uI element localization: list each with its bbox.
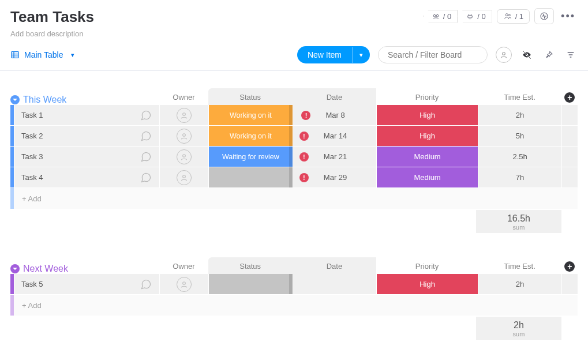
owner-cell[interactable] xyxy=(159,274,208,294)
activity-button[interactable] xyxy=(534,8,554,24)
time-cell[interactable]: 2.5h xyxy=(478,147,562,167)
members-button[interactable]: / 1 xyxy=(497,9,530,24)
chat-icon[interactable] xyxy=(140,279,152,290)
column-summary: 2hsum xyxy=(476,317,561,340)
owner-cell[interactable] xyxy=(159,105,208,125)
priority-cell[interactable]: High xyxy=(376,274,477,294)
date-cell[interactable]: !Mar 21 xyxy=(293,147,377,167)
time-cell[interactable]: 5h xyxy=(478,126,562,146)
view-tab-label: Main Table xyxy=(24,50,63,59)
svg-point-4 xyxy=(508,14,510,16)
time-cell[interactable]: 2h xyxy=(478,274,562,294)
table-row: Task 2Working on it!Mar 14High5h xyxy=(10,126,578,147)
column-header-time[interactable]: Time Est. xyxy=(478,257,562,274)
time-value: 2.5h xyxy=(512,152,527,161)
owner-cell[interactable] xyxy=(159,167,208,187)
eye-off-icon xyxy=(521,50,533,60)
svg-point-8 xyxy=(183,112,186,115)
priority-cell[interactable]: High xyxy=(376,105,477,125)
pulse-icon xyxy=(540,12,549,21)
status-cell[interactable] xyxy=(208,167,293,187)
view-tab-main-table[interactable]: Main Table ▾ xyxy=(10,50,74,59)
column-header-owner[interactable]: Owner xyxy=(159,262,208,274)
status-cell[interactable] xyxy=(208,274,293,294)
priority-cell[interactable]: Medium xyxy=(376,167,477,187)
add-item-button[interactable]: + Add xyxy=(14,295,162,316)
filter-button[interactable] xyxy=(564,48,578,62)
search-input[interactable] xyxy=(378,46,488,63)
column-header-priority[interactable]: Priority xyxy=(376,88,477,105)
more-menu-button[interactable]: ••• xyxy=(559,10,578,22)
integrations-pill[interactable]: / 0 xyxy=(457,10,492,23)
chat-icon[interactable] xyxy=(140,151,152,163)
pin-button[interactable] xyxy=(542,48,556,62)
person-filter-button[interactable] xyxy=(496,47,512,63)
time-value: 2h xyxy=(516,280,524,288)
row-end-spacer xyxy=(561,167,578,187)
chevron-down-icon: ▾ xyxy=(71,51,74,59)
item-name: Task 5 xyxy=(21,280,43,288)
automations-pill[interactable]: / 0 xyxy=(423,10,458,23)
group-collapse-toggle[interactable] xyxy=(10,95,20,104)
priority-cell[interactable]: Medium xyxy=(376,147,477,167)
column-summary: 16.5hsum xyxy=(476,210,561,233)
chat-icon[interactable] xyxy=(140,130,152,142)
person-icon xyxy=(177,277,192,292)
new-item-dropdown[interactable]: ▾ xyxy=(352,47,370,63)
column-header-date[interactable]: Date xyxy=(293,257,377,274)
chat-icon[interactable] xyxy=(140,172,152,183)
status-cell[interactable]: Working on it xyxy=(208,105,293,125)
add-item-button[interactable]: + Add xyxy=(14,188,162,209)
sum-value: 2h xyxy=(476,320,561,331)
column-header-status[interactable]: Status xyxy=(208,257,293,274)
table-icon xyxy=(10,50,20,59)
status-label: Working on it xyxy=(230,111,272,119)
date-cell[interactable]: !Mar 14 xyxy=(293,126,377,146)
svg-point-0 xyxy=(433,14,436,17)
group-title[interactable]: Next Week xyxy=(23,264,68,274)
table-row: Task 4!Mar 29Medium7h xyxy=(10,167,578,188)
chat-icon[interactable] xyxy=(140,110,152,121)
date-cell[interactable] xyxy=(293,274,377,294)
column-header-time[interactable]: Time Est. xyxy=(478,88,562,105)
owner-cell[interactable] xyxy=(159,147,208,167)
new-item-button[interactable]: New Item ▾ xyxy=(297,46,370,63)
item-name-cell[interactable]: Task 3 xyxy=(14,147,159,167)
status-cell[interactable]: Working on it xyxy=(208,126,293,146)
item-name-cell[interactable]: Task 2 xyxy=(14,126,159,146)
board-description[interactable]: Add board description xyxy=(10,29,94,38)
hide-button[interactable] xyxy=(520,48,534,62)
priority-cell[interactable]: High xyxy=(376,126,477,146)
column-header-owner[interactable]: Owner xyxy=(159,93,208,105)
item-name: Task 4 xyxy=(21,173,43,182)
svg-rect-6 xyxy=(12,52,18,58)
row-end-spacer xyxy=(561,274,578,294)
item-name: Task 1 xyxy=(21,111,43,119)
item-name-cell[interactable]: Task 1 xyxy=(14,105,159,125)
time-cell[interactable]: 2h xyxy=(478,105,562,125)
item-name-cell[interactable]: Task 5 xyxy=(14,274,159,294)
item-name-cell[interactable]: Task 4 xyxy=(14,167,159,187)
sum-value: 16.5h xyxy=(476,213,561,224)
svg-point-1 xyxy=(436,14,439,17)
status-cell[interactable]: Waiting for review xyxy=(208,147,293,167)
column-header-status[interactable]: Status xyxy=(208,88,293,105)
add-column-button[interactable]: + xyxy=(564,261,575,272)
svg-point-12 xyxy=(183,282,186,284)
time-value: 5h xyxy=(516,132,524,140)
column-header-date[interactable]: Date xyxy=(293,88,377,105)
group-title[interactable]: This Week xyxy=(23,95,66,105)
add-column-button[interactable]: + xyxy=(564,92,575,103)
column-header-priority[interactable]: Priority xyxy=(376,257,477,274)
board-title[interactable]: Team Tasks xyxy=(10,8,94,26)
person-icon xyxy=(177,129,192,144)
group-collapse-toggle[interactable] xyxy=(10,264,20,273)
date-cell[interactable]: !Mar 29 xyxy=(293,167,377,187)
row-end-spacer xyxy=(561,126,578,146)
svg-point-7 xyxy=(503,52,505,55)
date-cell[interactable]: !Mar 8 xyxy=(293,105,377,125)
person-icon xyxy=(177,149,192,164)
owner-cell[interactable] xyxy=(159,126,208,146)
time-cell[interactable]: 7h xyxy=(478,167,562,187)
row-color-bar xyxy=(10,188,14,209)
